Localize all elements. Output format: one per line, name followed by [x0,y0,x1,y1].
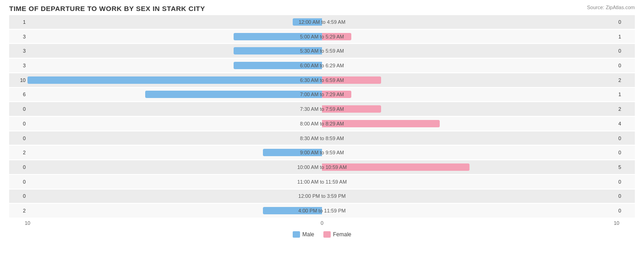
male-value: 0 [9,136,27,141]
female-value: 0 [617,19,635,25]
axis-container: 10 0 10 [9,220,635,229]
female-value: 0 [617,150,635,155]
male-value: 6 [9,92,27,97]
female-value: 4 [617,121,635,126]
female-bar [322,33,351,40]
male-value: 3 [9,63,27,68]
axis-bar-area: 10 0 10 [27,220,617,229]
legend-female-box [323,231,331,238]
bar-section: 12:00 AM to 4:59 AM [27,15,617,29]
female-value: 0 [617,208,635,213]
axis-label-left: 10 [25,220,30,226]
chart-row: 112:00 AM to 4:59 AM0 [9,15,635,29]
legend: Male Female [9,231,635,238]
chart-row: 36:00 AM to 6:29 AM0 [9,59,635,72]
male-bar [234,33,322,40]
chart-row: 35:30 AM to 5:59 AM0 [9,44,635,58]
legend-male-label: Male [302,231,314,238]
chart-row: 012:00 PM to 3:59 PM0 [9,190,635,203]
male-bar [234,62,322,69]
chart-row: 010:00 AM to 10:59 AM5 [9,160,635,174]
female-value: 0 [617,179,635,185]
chart-row: 35:00 AM to 5:29 AM1 [9,30,635,44]
female-bar [322,163,469,171]
male-value: 0 [9,121,27,126]
male-bar [234,47,322,54]
bar-section: 11:00 AM to 11:59 AM [27,175,617,189]
time-label: 8:30 AM to 8:59 AM [300,136,344,141]
axis-label-center: 0 [321,220,323,226]
chart-row: 07:30 AM to 7:59 AM2 [9,102,635,116]
female-bar [322,105,381,113]
chart-row: 24:00 PM to 11:59 PM0 [9,204,635,218]
male-bar [263,149,322,156]
bar-section: 9:00 AM to 9:59 AM [27,146,617,159]
rows-container: 112:00 AM to 4:59 AM035:00 AM to 5:29 AM… [9,15,635,218]
legend-male: Male [293,231,314,238]
bar-section: 6:30 AM to 6:59 AM [27,73,617,87]
male-value: 0 [9,179,27,185]
male-value: 2 [9,150,27,155]
bar-section: 12:00 PM to 3:59 PM [27,190,617,203]
chart-row: 29:00 AM to 9:59 AM0 [9,146,635,159]
female-value: 2 [617,77,635,83]
female-value: 5 [617,164,635,170]
axis-label-right: 10 [614,220,619,226]
chart-container: TIME OF DEPARTURE TO WORK BY SEX IN STAR… [0,0,644,272]
female-value: 1 [617,34,635,39]
male-value: 2 [9,208,27,213]
female-value: 0 [617,193,635,199]
female-value: 0 [617,136,635,141]
chart-row: 08:30 AM to 8:59 AM0 [9,131,635,145]
chart-row: 106:30 AM to 6:59 AM2 [9,73,635,87]
female-value: 2 [617,106,635,112]
chart-row: 67:00 AM to 7:29 AM1 [9,88,635,102]
bar-section: 5:30 AM to 5:59 AM [27,44,617,58]
male-value: 10 [9,77,27,83]
time-label: 12:00 PM to 3:59 PM [298,193,345,199]
bar-section: 4:00 PM to 11:59 PM [27,204,617,218]
legend-female-label: Female [333,231,351,238]
source-label: Source: ZipAtlas.com [587,5,635,10]
legend-male-box [293,231,300,238]
female-value: 1 [617,92,635,97]
male-bar [293,18,322,26]
male-value: 0 [9,164,27,170]
bar-section: 5:00 AM to 5:29 AM [27,30,617,44]
bar-section: 10:00 AM to 10:59 AM [27,160,617,174]
male-bar [145,91,322,98]
bar-section: 6:00 AM to 6:29 AM [27,59,617,72]
chart-title: TIME OF DEPARTURE TO WORK BY SEX IN STAR… [9,5,635,12]
chart-row: 011:00 AM to 11:59 AM0 [9,175,635,189]
female-bar [322,91,351,98]
time-label: 11:00 AM to 11:59 AM [297,179,347,185]
female-bar [322,76,381,84]
male-value: 3 [9,48,27,54]
female-value: 0 [617,48,635,54]
male-value: 1 [9,19,27,25]
bar-section: 7:30 AM to 7:59 AM [27,102,617,116]
bar-section: 8:30 AM to 8:59 AM [27,131,617,145]
female-value: 0 [617,63,635,68]
bar-section: 8:00 AM to 8:29 AM [27,117,617,131]
male-value: 3 [9,34,27,39]
male-value: 0 [9,193,27,199]
chart-row: 08:00 AM to 8:29 AM4 [9,117,635,131]
male-bar [263,207,322,214]
male-bar [27,76,322,84]
legend-female: Female [323,231,351,238]
female-bar [322,120,440,127]
male-value: 0 [9,106,27,112]
bar-section: 7:00 AM to 7:29 AM [27,88,617,102]
chart-area: 112:00 AM to 4:59 AM035:00 AM to 5:29 AM… [9,15,635,237]
